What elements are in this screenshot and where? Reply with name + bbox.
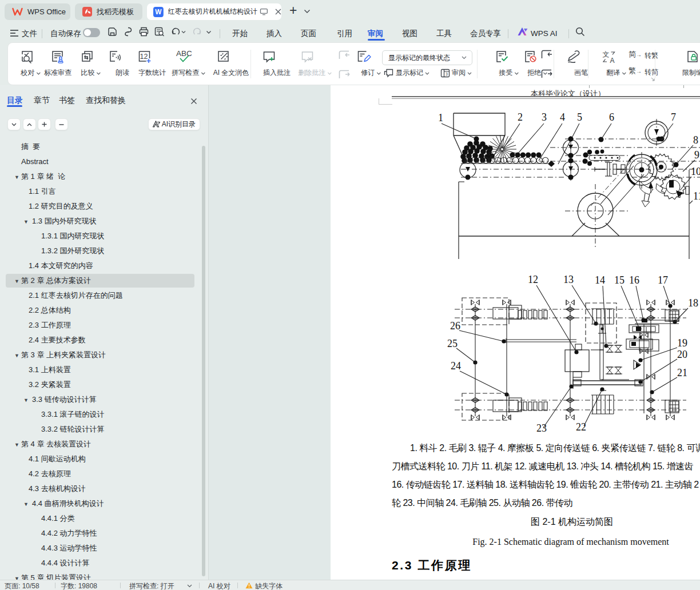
svg-text:6: 6 [609,111,614,123]
svg-text:16: 16 [629,274,639,286]
svg-text:22: 22 [576,421,586,433]
svg-text:23: 23 [536,422,547,434]
svg-text:4: 4 [560,111,565,123]
svg-text:17: 17 [658,274,668,286]
svg-text:3: 3 [446,72,448,76]
svg-text:12: 12 [140,53,148,61]
svg-text:文: 文 [603,50,610,58]
svg-text:25: 25 [447,338,458,349]
svg-text:18: 18 [688,297,698,309]
svg-text:12: 12 [528,274,538,285]
svg-text:A: A [610,57,614,65]
svg-text:24: 24 [451,360,461,372]
svg-text:15: 15 [614,274,625,286]
svg-text:10: 10 [691,166,700,177]
svg-text:19: 19 [677,337,687,349]
svg-text:14: 14 [595,274,605,286]
svg-text:8: 8 [693,134,698,146]
svg-text:9: 9 [694,149,699,161]
svg-text:3: 3 [542,111,547,123]
svg-text:21: 21 [677,367,687,378]
svg-text:13: 13 [563,274,574,285]
svg-text:26: 26 [450,320,460,332]
svg-text:2: 2 [518,111,523,123]
svg-text:20: 20 [677,349,687,360]
svg-text:1: 1 [438,112,443,123]
svg-text:ABC: ABC [176,49,192,58]
svg-text:W: W [155,8,162,16]
svg-text:5: 5 [577,111,582,123]
svg-text:11: 11 [693,190,700,202]
svg-text:7: 7 [671,111,676,123]
